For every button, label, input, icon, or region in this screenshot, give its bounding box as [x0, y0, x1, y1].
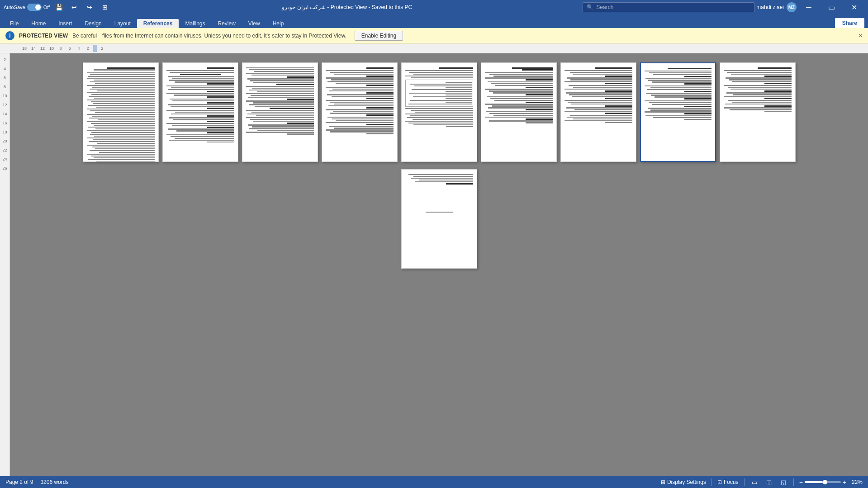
page-thumb-1[interactable]	[83, 62, 159, 162]
tab-file[interactable]: File	[4, 19, 25, 28]
autosave-label: AutoSave	[4, 5, 25, 10]
status-bar: Page 2 of 9 3206 words ⊞ Display Setting…	[0, 476, 868, 488]
title-bar-left: AutoSave Off 💾 ↩ ↪ ⊞	[4, 1, 111, 14]
separator-1	[711, 479, 712, 486]
zoom-slider-thumb[interactable]	[823, 480, 827, 484]
page-thumb-8[interactable]	[640, 62, 716, 162]
pages-row-1	[83, 62, 796, 162]
zoom-percent: 22%	[848, 479, 863, 485]
search-icon: 🔍	[587, 4, 593, 10]
protected-view-close[interactable]: ×	[859, 32, 863, 40]
tab-home[interactable]: Home	[25, 19, 52, 28]
save-button[interactable]: 💾	[52, 1, 65, 14]
protected-view-icon: i	[5, 31, 14, 40]
close-button[interactable]: ✕	[844, 0, 864, 14]
word-count: 3206 words	[40, 479, 68, 485]
share-button[interactable]: Share	[835, 18, 864, 28]
page-thumb-4[interactable]	[322, 62, 398, 162]
autosave-toggle[interactable]	[27, 4, 42, 11]
ruler-num-2: 2	[83, 46, 92, 51]
page-thumb-3[interactable]	[242, 62, 318, 162]
horizontal-ruler: 18 14 12 10 8 6 4 2 2	[0, 43, 868, 53]
ruler-num-8: 8	[56, 46, 65, 51]
page-thumb-last[interactable]	[401, 169, 477, 269]
user-area: mahdi ziaei MZ	[756, 2, 797, 12]
redo-button[interactable]: ↪	[83, 1, 96, 14]
tab-help[interactable]: Help	[266, 19, 290, 28]
avatar: MZ	[787, 2, 797, 12]
page-thumb-7[interactable]	[560, 62, 636, 162]
protected-view-title: PROTECTED VIEW	[19, 33, 68, 39]
separator-2	[744, 479, 745, 486]
display-settings-icon: ⊞	[661, 479, 665, 485]
tab-view[interactable]: View	[242, 19, 266, 28]
page-thumb-6[interactable]	[481, 62, 557, 162]
tab-references[interactable]: References	[137, 19, 179, 28]
display-settings-label: Display Settings	[667, 479, 706, 485]
zoom-in-button[interactable]: +	[843, 479, 846, 486]
title-bar: AutoSave Off 💾 ↩ ↪ ⊞ شرکت ایران خودرو - …	[0, 0, 868, 14]
ruler-numbers: 18 14 12 10 8 6 4 2 2	[20, 45, 107, 52]
ruler-num-14: 14	[29, 46, 38, 51]
print-layout-view-button[interactable]: ▭	[750, 478, 759, 487]
zoom-area: − + 22%	[799, 479, 863, 486]
tab-review[interactable]: Review	[212, 19, 242, 28]
ruler-num-12: 12	[38, 46, 47, 51]
focus-icon: ⊡	[717, 479, 722, 485]
enable-editing-button[interactable]: Enable Editing	[355, 31, 403, 41]
vertical-ruler: 2 4 6 8 10 12 14 16 18 20 22 24 26	[0, 53, 10, 476]
pages-row-2	[401, 169, 477, 269]
autosave-state: Off	[43, 5, 50, 10]
ruler-num-2r: 2	[98, 46, 107, 51]
ruler-num-10: 10	[47, 46, 56, 51]
username: mahdi ziaei	[756, 4, 784, 10]
page-thumb-9[interactable]	[720, 62, 796, 162]
undo-button[interactable]: ↩	[68, 1, 81, 14]
tab-insert[interactable]: Insert	[52, 19, 78, 28]
autosave-area: AutoSave Off	[4, 4, 50, 11]
ribbon-tabs: File Home Insert Design Layout Reference…	[0, 14, 868, 28]
minimize-button[interactable]: ─	[798, 0, 819, 14]
zoom-slider[interactable]	[805, 481, 841, 483]
focus-button[interactable]: ⊡ Focus	[717, 479, 739, 485]
display-settings-button[interactable]: ⊞ Display Settings	[661, 479, 706, 485]
ruler-num-4: 4	[74, 46, 83, 51]
protected-view-message: Be careful—files from the Internet can c…	[72, 33, 346, 39]
title-bar-right: 🔍 mahdi ziaei MZ ─ ▭ ✕	[583, 0, 864, 14]
web-layout-view-button[interactable]: ◫	[764, 478, 773, 487]
page-info: Page 2 of 9	[5, 479, 33, 485]
search-input[interactable]	[596, 4, 750, 10]
ruler-num-6: 6	[65, 46, 74, 51]
read-mode-button[interactable]: ◱	[779, 478, 788, 487]
page-thumb-5[interactable]	[401, 62, 477, 162]
tab-mailings[interactable]: Mailings	[179, 19, 211, 28]
focus-label: Focus	[724, 479, 739, 485]
status-bar-right: ⊞ Display Settings ⊡ Focus ▭ ◫ ◱ − + 22%	[661, 478, 863, 487]
main-area: 2 4 6 8 10 12 14 16 18 20 22 24 26	[0, 53, 868, 476]
document-area	[10, 53, 868, 476]
customize-button[interactable]: ⊞	[99, 1, 111, 14]
zoom-slider-fill	[805, 481, 823, 483]
tab-layout[interactable]: Layout	[108, 19, 137, 28]
restore-button[interactable]: ▭	[821, 0, 842, 14]
document-title: شرکت ایران خودرو - Protected View - Save…	[111, 4, 583, 10]
protected-view-bar: i PROTECTED VIEW Be careful—files from t…	[0, 28, 868, 43]
zoom-out-button[interactable]: −	[799, 479, 803, 486]
search-bar[interactable]: 🔍	[583, 2, 754, 12]
tab-design[interactable]: Design	[78, 19, 108, 28]
separator-3	[793, 479, 794, 486]
ruler-num-18: 18	[20, 46, 29, 51]
page-thumb-2[interactable]	[162, 62, 238, 162]
